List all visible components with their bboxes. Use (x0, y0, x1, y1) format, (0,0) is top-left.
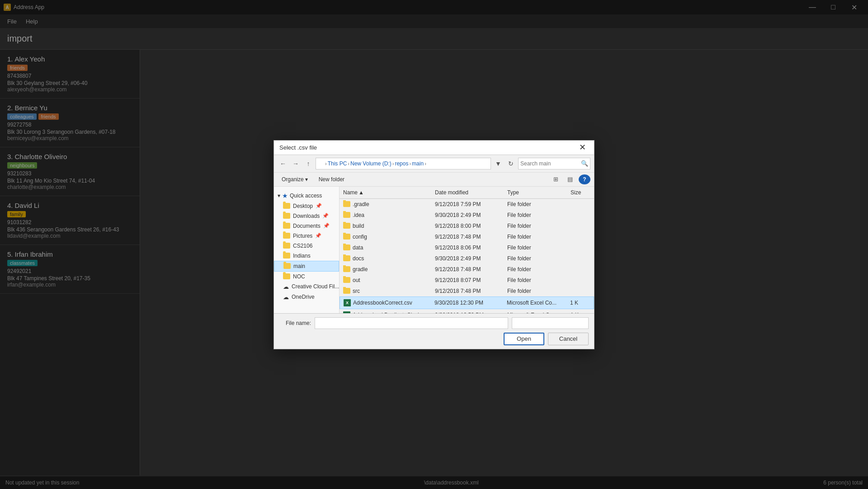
folder-icon (283, 223, 290, 229)
nav-item[interactable]: main (274, 261, 339, 272)
quick-access-star-icon: ★ (282, 192, 288, 199)
col-type[interactable]: Type (504, 188, 567, 197)
folder-icon (283, 273, 290, 279)
file-name: build (340, 222, 431, 230)
nav-item[interactable]: Documents📌 (274, 221, 339, 231)
filename-label: File name: (279, 320, 311, 326)
file-size (567, 200, 594, 208)
file-row[interactable]: XAddressbookDuplicateClash.csv 9/30/2018… (340, 309, 594, 313)
file-row[interactable]: src 9/12/2018 7:48 PM File folder (340, 286, 594, 296)
file-toolbar: Organize ▾ New folder ⊞ ▤ ? (274, 173, 594, 187)
file-size (567, 287, 594, 295)
nav-item-label: NOC (293, 273, 305, 280)
pin-icon: 📌 (315, 233, 321, 239)
nav-item[interactable]: Desktop📌 (274, 201, 339, 211)
breadcrumb-icon: 🖥 (319, 160, 324, 167)
folder-icon (283, 213, 290, 219)
file-row[interactable]: docs 9/30/2018 2:49 PM File folder (340, 253, 594, 264)
file-name: XAddressbookDuplicateClash.csv (340, 310, 431, 313)
quick-access-header[interactable]: ▾ ★ Quick access (274, 190, 339, 201)
filetype-value: CSV (*.csv) (515, 320, 543, 326)
col-name[interactable]: Name ▲ (340, 188, 431, 197)
file-date: 9/12/2018 8:00 PM (431, 222, 504, 230)
breadcrumb-main[interactable]: main (412, 160, 424, 167)
up-button[interactable]: ↑ (303, 158, 314, 169)
view-toggle-button[interactable]: ▤ (564, 174, 576, 184)
file-list-scroll[interactable]: .gradle 9/12/2018 7:59 PM File folder .i… (340, 199, 594, 313)
file-row[interactable]: .gradle 9/12/2018 7:59 PM File folder (340, 199, 594, 210)
breadcrumb-repos[interactable]: repos (395, 160, 408, 167)
folder-icon (343, 244, 350, 250)
file-browser: ▾ ★ Quick access Desktop📌Downloads📌Docum… (274, 187, 594, 313)
filename-dropdown-icon[interactable]: ▾ (502, 320, 505, 326)
file-name: gradle (340, 265, 431, 273)
file-date: 9/30/2018 12:53 PM (431, 310, 504, 313)
forward-button[interactable]: → (290, 158, 301, 169)
view-options-button[interactable]: ⊞ (550, 174, 561, 184)
file-name: XAddressbookCorrect.csv (340, 298, 431, 307)
file-name: out (340, 276, 431, 284)
folder-icon (343, 277, 350, 283)
file-type: File folder (504, 276, 567, 284)
file-row[interactable]: out 9/12/2018 8:07 PM File folder (340, 275, 594, 286)
nav-item[interactable]: ☁OneDrive (274, 292, 339, 302)
cloud-icon: ☁ (283, 294, 289, 301)
file-date: 9/12/2018 7:59 PM (431, 200, 504, 208)
back-button[interactable]: ← (278, 158, 288, 169)
new-folder-label: New folder (319, 176, 344, 183)
file-row[interactable]: .idea 9/30/2018 2:49 PM File folder (340, 210, 594, 221)
file-name: src (340, 287, 431, 295)
cancel-button[interactable]: Cancel (548, 333, 589, 345)
file-date: 9/30/2018 2:49 PM (431, 211, 504, 219)
search-input[interactable] (520, 160, 579, 167)
folder-icon (283, 233, 290, 239)
dialog-close-button[interactable]: ✕ (576, 141, 589, 154)
col-date[interactable]: Date modified (431, 188, 504, 197)
file-name: data (340, 244, 431, 252)
folder-icon (343, 255, 350, 261)
folder-icon (343, 234, 350, 240)
breadcrumb-volume[interactable]: New Volume (D:) (350, 160, 392, 167)
nav-item[interactable]: NOC (274, 272, 339, 282)
nav-item-label: Downloads (293, 213, 320, 219)
dialog-bottom: File name: AddressbookCorrect.csv ▾ CSV … (274, 313, 594, 349)
filename-input[interactable]: AddressbookCorrect.csv ▾ (315, 317, 508, 329)
file-type: File folder (504, 200, 567, 208)
open-button[interactable]: Open (504, 333, 544, 345)
file-row[interactable]: config 9/12/2018 7:48 PM File folder (340, 231, 594, 242)
folder-icon (343, 223, 350, 229)
refresh-button[interactable]: ↻ (505, 158, 516, 169)
dialog-titlebar: Select .csv file ✕ (274, 141, 594, 155)
file-row[interactable]: XAddressbookCorrect.csv 9/30/2018 12:30 … (340, 296, 594, 309)
nav-item[interactable]: Indians (274, 251, 339, 261)
quick-access-label: Quick access (290, 193, 322, 199)
filename-row: File name: AddressbookCorrect.csv ▾ CSV … (279, 317, 589, 329)
file-row[interactable]: build 9/12/2018 8:00 PM File folder (340, 221, 594, 231)
file-row[interactable]: gradle 9/12/2018 7:48 PM File folder (340, 264, 594, 275)
file-list-header: Name ▲ Date modified Type Size (340, 187, 594, 199)
nav-item-label: Indians (293, 253, 311, 259)
file-name: .idea (340, 211, 431, 219)
nav-item[interactable]: CS2106 (274, 241, 339, 251)
help-button[interactable]: ? (579, 174, 590, 184)
filetype-dropdown[interactable]: CSV (*.csv) ▾ (512, 317, 589, 329)
nav-item-label: CS2106 (293, 243, 312, 249)
file-row[interactable]: data 9/12/2018 8:06 PM File folder (340, 242, 594, 253)
search-icon[interactable]: 🔍 (581, 160, 588, 167)
organize-button[interactable]: Organize ▾ (278, 174, 312, 184)
nav-item[interactable]: Pictures📌 (274, 231, 339, 241)
nav-panel: ▾ ★ Quick access Desktop📌Downloads📌Docum… (274, 187, 340, 313)
filetype-dropdown-icon: ▾ (583, 320, 585, 326)
file-size: 1 K (566, 298, 594, 307)
breadcrumb-this-pc[interactable]: This PC (328, 160, 347, 167)
file-size (567, 265, 594, 273)
col-size[interactable]: Size (567, 188, 594, 197)
file-size (567, 233, 594, 241)
nav-item[interactable]: Downloads📌 (274, 211, 339, 221)
file-type: Microsoft Excel Co... (504, 310, 567, 313)
nav-item-label: Desktop (293, 203, 313, 209)
breadcrumb-dropdown-button[interactable]: ▼ (493, 158, 504, 169)
file-type: File folder (504, 244, 567, 252)
new-folder-button[interactable]: New folder (315, 174, 349, 184)
nav-item[interactable]: ☁Creative Cloud Fil... (274, 282, 339, 292)
